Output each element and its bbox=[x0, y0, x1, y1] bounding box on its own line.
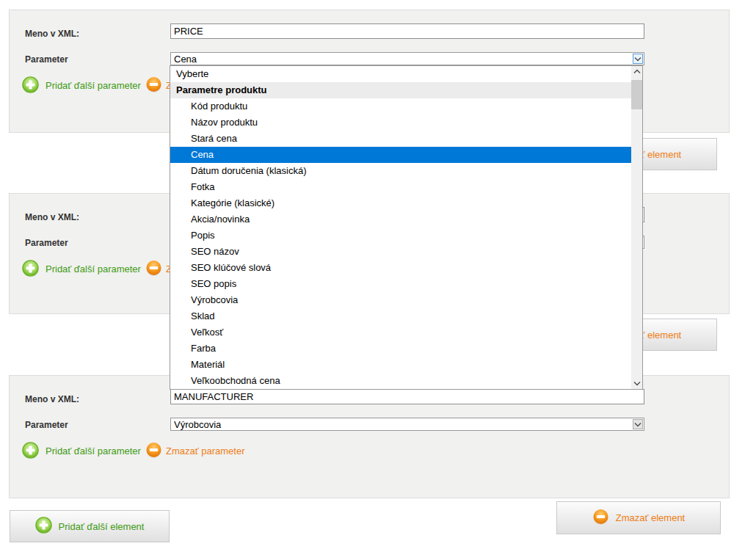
dropdown-option[interactable]: Veľkoobchodná cena bbox=[170, 373, 631, 389]
dropdown-option[interactable]: Vyberte bbox=[170, 66, 631, 82]
dropdown-options: VyberteParametre produktuKód produktuNáz… bbox=[170, 66, 631, 389]
dropdown-group-header[interactable]: Parametre produktu bbox=[170, 82, 631, 98]
xml-name-label: Meno v XML: bbox=[25, 29, 79, 39]
parameter-label: Parameter bbox=[25, 420, 68, 430]
dropdown-option[interactable]: Popis bbox=[170, 228, 631, 244]
add-element-button[interactable]: Pridať ďalší element bbox=[10, 510, 170, 542]
add-parameter-link[interactable]: Pridať ďalší parameter bbox=[46, 80, 141, 91]
parameter-select[interactable]: Cena bbox=[170, 52, 644, 65]
dropdown-option[interactable]: Stará cena bbox=[170, 131, 631, 147]
dropdown-option[interactable]: Veľkosť bbox=[170, 324, 631, 341]
parameter-label: Parameter bbox=[25, 238, 68, 248]
add-parameter-icon[interactable] bbox=[22, 76, 39, 93]
chevron-down-icon[interactable] bbox=[633, 419, 643, 429]
element-panel-3: Meno v XML: Parameter Výrobcovia Pridať … bbox=[9, 375, 730, 498]
delete-element-button[interactable]: Zmazať element bbox=[556, 501, 721, 534]
parameter-label: Parameter bbox=[25, 54, 68, 65]
delete-parameter-icon[interactable] bbox=[145, 442, 162, 459]
dropdown-option[interactable]: Názov produktu bbox=[170, 114, 631, 131]
parameter-select-value: Cena bbox=[174, 54, 630, 65]
xml-feed-editor-page: { "panels": [ { "meno_label": "Meno v XM… bbox=[0, 0, 745, 560]
dropdown-option[interactable]: Materiál bbox=[170, 357, 631, 373]
dropdown-option[interactable]: Dátum doručenia (klasická) bbox=[170, 163, 631, 179]
dropdown-scrollbar[interactable] bbox=[631, 66, 642, 389]
minus-icon bbox=[592, 509, 609, 528]
scrollbar-thumb[interactable] bbox=[631, 80, 642, 109]
delete-parameter-icon[interactable] bbox=[145, 76, 162, 93]
dropdown-option[interactable]: Kategórie (klasické) bbox=[170, 195, 631, 211]
xml-name-input[interactable] bbox=[170, 23, 644, 39]
add-parameter-link[interactable]: Pridať ďalší parameter bbox=[46, 263, 141, 274]
add-parameter-link[interactable]: Pridať ďalší parameter bbox=[46, 446, 141, 457]
add-element-label: Pridať ďalší element bbox=[59, 521, 145, 532]
parameter-select-value: Výrobcovia bbox=[174, 419, 630, 430]
plus-icon bbox=[35, 517, 52, 536]
dropdown-option[interactable]: Sklad bbox=[170, 308, 631, 324]
dropdown-option[interactable]: SEO názov bbox=[170, 244, 631, 260]
scroll-up-icon[interactable] bbox=[631, 66, 642, 77]
delete-parameter-icon[interactable] bbox=[145, 260, 162, 277]
chevron-down-icon[interactable] bbox=[633, 54, 643, 64]
parameter-select[interactable]: Výrobcovia bbox=[170, 418, 644, 431]
add-parameter-icon[interactable] bbox=[22, 260, 39, 277]
dropdown-option[interactable]: Farba bbox=[170, 341, 631, 357]
dropdown-option[interactable]: Výrobcovia bbox=[170, 292, 631, 308]
dropdown-option[interactable]: SEO klúčové slová bbox=[170, 260, 631, 276]
delete-parameter-link[interactable]: Zmazať parameter bbox=[166, 446, 244, 457]
add-parameter-icon[interactable] bbox=[22, 442, 39, 459]
xml-name-label: Meno v XML: bbox=[25, 212, 79, 222]
dropdown-option[interactable]: Akcia/novinka bbox=[170, 211, 631, 228]
dropdown-option[interactable]: SEO popis bbox=[170, 276, 631, 292]
xml-name-label: Meno v XML: bbox=[25, 394, 79, 404]
dropdown-option[interactable]: Kód produktu bbox=[170, 98, 631, 114]
delete-element-label: Zmazať element bbox=[616, 512, 685, 523]
dropdown-option[interactable]: Fotka bbox=[170, 179, 631, 195]
xml-name-input[interactable] bbox=[170, 389, 644, 404]
dropdown-option[interactable]: Cena bbox=[170, 147, 631, 163]
scroll-down-icon[interactable] bbox=[631, 378, 642, 389]
parameter-dropdown-list: VyberteParametre produktuKód produktuNáz… bbox=[170, 65, 643, 390]
